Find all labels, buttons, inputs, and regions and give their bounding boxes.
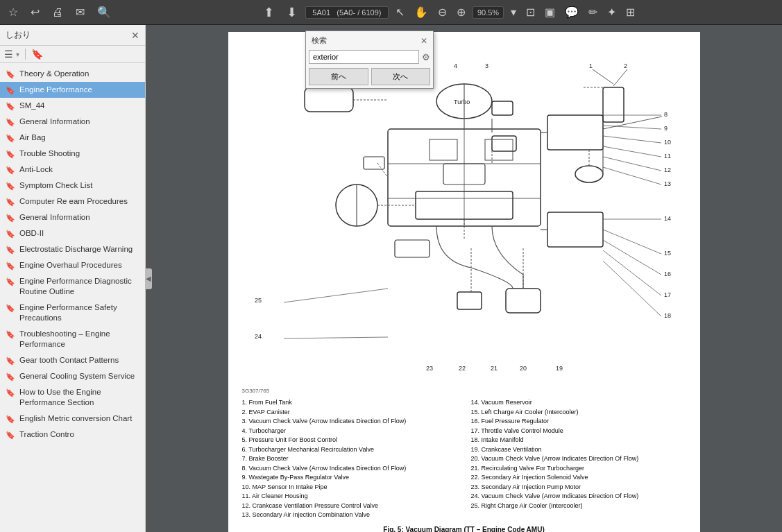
svg-text:24: 24 (255, 333, 262, 340)
sidebar-item-label-7: Symptom Check List (19, 180, 92, 191)
sidebar-item-9[interactable]: 🔖General Information (0, 209, 145, 225)
back-icon[interactable]: ↩ (28, 4, 42, 20)
zoom-dropdown-icon[interactable]: ▾ (508, 4, 519, 20)
bookmark-icon-1: 🔖 (6, 86, 15, 95)
doc-item-right-1: 15. Left Charge Air Cooler (Intercooler) (471, 408, 686, 418)
doc-caption: Fig. 5: Vacuum Diagram (TT – Engine Code… (242, 526, 686, 533)
sidebar-item-18[interactable]: 🔖How to Use the Engine Performance Secti… (0, 384, 145, 411)
bookmark-icon-5: 🔖 (6, 150, 15, 159)
single-page-icon[interactable]: ▣ (542, 4, 558, 20)
sidebar-item-11[interactable]: 🔖Electrostatic Discharge Warning (0, 241, 145, 257)
doc-item-right-9: 23. Secondary Air Injection Pump Motor (471, 483, 686, 492)
sidebar-item-4[interactable]: 🔖Air Bag (0, 130, 145, 146)
page-down-button[interactable]: ⬇ (282, 3, 301, 22)
sidebar-item-0[interactable]: 🔖Theory & Operation (0, 66, 145, 82)
doc-item-left-10: 11. Air Cleaner Housing (242, 492, 457, 501)
bookmark-icon-0: 🔖 (6, 70, 15, 79)
sidebar-item-label-18: How to Use the Engine Performance Sectio… (19, 387, 139, 408)
zoom-in-icon[interactable]: ⊕ (454, 4, 468, 20)
sidebar-item-1[interactable]: 🔖Engine Performance (0, 82, 145, 98)
sidebar-close-button[interactable]: ✕ (131, 30, 139, 41)
sidebar-item-6[interactable]: 🔖Anti-Lock (0, 162, 145, 178)
svg-text:12: 12 (664, 166, 671, 173)
search-input[interactable] (309, 50, 419, 64)
svg-text:1: 1 (589, 62, 593, 69)
bookmark-icon-17: 🔖 (6, 372, 15, 381)
sidebar-item-label-20: Traction Contro (19, 429, 74, 440)
sidebar-item-label-19: English Metric conversion Chart (19, 413, 132, 424)
sidebar-header: しおり ✕ (0, 25, 145, 46)
bookmark-icon-4: 🔖 (6, 134, 15, 143)
sidebar-item-10[interactable]: 🔖OBD-II (0, 225, 145, 241)
sidebar-list-icon[interactable]: ☰ (4, 49, 13, 60)
star-icon[interactable]: ☆ (6, 4, 21, 20)
sidebar-item-label-4: Air Bag (19, 132, 46, 143)
comment-icon[interactable]: 💬 (562, 4, 581, 20)
bookmark-icon-8: 🔖 (6, 198, 15, 207)
sidebar-item-label-15: Troubleshooting – Engine Performance (19, 329, 139, 350)
doc-text-columns: 1. From Fuel Tank2. EVAP Canister3. Vacu… (242, 398, 686, 520)
sidebar-item-2[interactable]: 🔖SM_44 (0, 98, 145, 114)
zoom-level[interactable]: 90.5% (473, 6, 504, 19)
doc-text-col-right: 14. Vacuum Reservoir15. Left Charge Air … (471, 398, 686, 520)
search-input-row: ⚙ (309, 50, 430, 64)
doc-text-col-left: 1. From Fuel Tank2. EVAP Canister3. Vacu… (242, 398, 457, 520)
doc-area[interactable]: 検索 ✕ ⚙ 前へ 次へ (146, 25, 782, 532)
bookmark-icon-20: 🔖 (6, 431, 15, 440)
expand-icon[interactable]: ⊞ (623, 4, 638, 20)
sidebar-collapse-handle[interactable]: ◀ (145, 268, 152, 289)
sidebar-bookmark-icon[interactable]: 🔖 (31, 49, 43, 60)
sidebar-item-label-11: Electrostatic Discharge Warning (19, 244, 133, 255)
sidebar-item-17[interactable]: 🔖General Cooling System Service (0, 368, 145, 384)
search-next-button[interactable]: 次へ (371, 68, 431, 85)
hand-icon[interactable]: ✋ (411, 4, 431, 20)
fit-page-icon[interactable]: ⊡ (523, 4, 538, 20)
sidebar-item-14[interactable]: 🔖Engine Performance Safety Precautions (0, 300, 145, 326)
search-popup: 検索 ✕ ⚙ 前へ 次へ (305, 31, 434, 89)
sidebar-title: しおり (6, 29, 31, 41)
sidebar-item-20[interactable]: 🔖Traction Contro (0, 427, 145, 443)
sidebar-item-3[interactable]: 🔖General Information (0, 114, 145, 130)
page-up-button[interactable]: ⬆ (260, 3, 278, 22)
highlight-icon[interactable]: ✦ (604, 4, 619, 20)
sidebar-item-label-10: OBD-II (19, 228, 44, 239)
doc-item-left-3: 4. Turbocharger (242, 427, 457, 436)
doc-item-left-11: 12. Crankcase Ventilation Pressure Contr… (242, 501, 457, 511)
search-settings-icon[interactable]: ⚙ (422, 52, 430, 62)
sidebar-item-7[interactable]: 🔖Symptom Check List (0, 178, 145, 194)
bookmark-icon-13: 🔖 (6, 277, 15, 286)
sidebar-item-label-3: General Information (19, 117, 90, 127)
sidebar-item-16[interactable]: 🔖Gear tooth Contact Patterns (0, 352, 145, 368)
doc-item-left-12: 13. Secondary Air Injection Combination … (242, 510, 457, 520)
page-current: 5A01 (312, 8, 330, 17)
zoom-out-icon[interactable]: ⊖ (435, 4, 450, 20)
doc-item-right-3: 17. Throttle Valve Control Module (471, 427, 686, 436)
svg-text:20: 20 (520, 365, 527, 372)
search-popup-close-button[interactable]: ✕ (420, 36, 427, 46)
svg-text:10: 10 (664, 139, 671, 146)
mail-icon[interactable]: ✉ (73, 4, 87, 20)
vacuum-diagram-svg: Turbo (249, 46, 679, 379)
sidebar-item-label-6: Anti-Lock (19, 164, 53, 175)
sidebar-nav-list: 🔖Theory & Operation🔖Engine Performance🔖S… (0, 63, 145, 532)
sidebar-item-12[interactable]: 🔖Engine Overhaul Procedures (0, 257, 145, 273)
sidebar-item-15[interactable]: 🔖Troubleshooting – Engine Performance (0, 326, 145, 352)
bookmark-icon-19: 🔖 (6, 415, 15, 424)
sidebar-item-8[interactable]: 🔖Computer Re eam Procedures (0, 194, 145, 209)
doc-item-right-4: 18. Intake Manifold (471, 436, 686, 445)
search-icon[interactable]: 🔍 (94, 4, 114, 20)
sidebar-item-5[interactable]: 🔖Trouble Shooting (0, 146, 145, 162)
sidebar-item-19[interactable]: 🔖English Metric conversion Chart (0, 411, 145, 427)
svg-text:16: 16 (664, 271, 671, 277)
sidebar-item-13[interactable]: 🔖Engine Performance Diagnostic Routine O… (0, 273, 145, 300)
pen-icon[interactable]: ✏ (586, 4, 600, 20)
sidebar: しおり ✕ ☰ ▾ 🔖 🔖Theory & Operation🔖Engine P… (0, 25, 146, 532)
print-icon[interactable]: 🖨 (49, 5, 66, 20)
svg-text:18: 18 (664, 312, 671, 319)
doc-item-right-8: 22. Secondary Air Injection Solenoid Val… (471, 473, 686, 483)
toolbar-center: ⬆ ⬇ 5A01 (5A0- / 6109) ↖ ✋ ⊖ ⊕ 90.5% ▾ ⊡… (260, 3, 638, 22)
search-prev-button[interactable]: 前へ (309, 68, 368, 85)
doc-item-left-0: 1. From Fuel Tank (242, 398, 457, 408)
svg-text:13: 13 (664, 180, 671, 187)
cursor-icon[interactable]: ↖ (393, 4, 407, 20)
